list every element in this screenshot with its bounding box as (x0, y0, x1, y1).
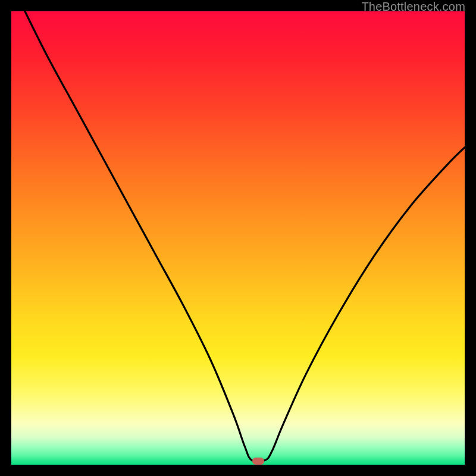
plot-area (11, 11, 465, 465)
curve-layer (11, 11, 465, 465)
bottleneck-curve (25, 11, 465, 462)
optimal-marker (252, 458, 264, 465)
chart-container: TheBottleneck.com (0, 0, 476, 476)
